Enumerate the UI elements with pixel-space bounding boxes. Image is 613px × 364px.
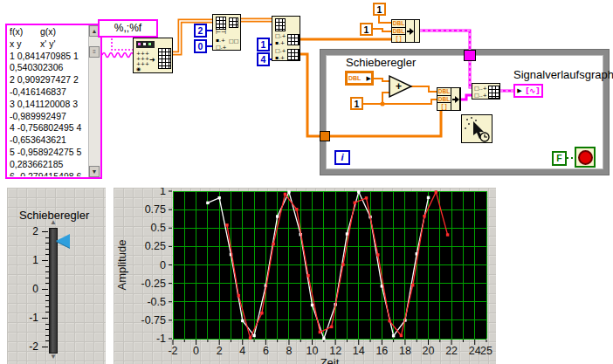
slider-major-tick: [42, 289, 48, 290]
slider-major-tick: [42, 231, 48, 232]
plus-glyph: +: [396, 80, 402, 93]
x-tick-label: 8: [286, 345, 292, 357]
data-marker: [287, 190, 290, 193]
block-diagram: f(x) g(x)x y x' y'1 0,841470985 10,54030…: [0, 0, 613, 188]
x-tick-label: 2: [217, 345, 223, 357]
bundle-node-2[interactable]: DBL DBL [ ]: [437, 87, 461, 111]
format-strip-icon: [136, 41, 155, 48]
table-line: 1 0,841470985 1: [10, 51, 87, 63]
data-marker: [423, 215, 425, 217]
array-subset-node[interactable]: ⊢⊣ ▪.+ □□ □.+: [212, 14, 241, 51]
slider-dbl-terminal[interactable]: DBL▶: [345, 71, 374, 86]
data-marker: [319, 331, 321, 333]
table-line: 0,540302306: [10, 62, 87, 74]
table-line: 2 0,909297427 2: [10, 74, 87, 86]
data-marker: [341, 263, 344, 265]
labview-window: f(x) g(x)x y x' y'1 0,841470985 10,54030…: [0, 0, 613, 364]
data-marker: [260, 312, 263, 314]
waveform-graph-terminal[interactable]: ▶ [∿]: [513, 84, 543, 98]
x-tick-label: 4: [239, 345, 245, 357]
x-tick-label: -2: [168, 345, 177, 357]
data-marker: [446, 233, 449, 236]
data-marker: [330, 326, 333, 328]
loop-condition-stop-button[interactable]: [575, 147, 596, 168]
constant-one-a[interactable]: 1: [373, 3, 386, 16]
constant-4[interactable]: 4: [257, 52, 270, 66]
slider-thumb[interactable]: [56, 234, 70, 248]
y-tick-label: 1: [160, 188, 166, 197]
table-line: 0,283662185: [10, 159, 87, 171]
data-marker: [411, 284, 414, 286]
x-tick-label: 20: [423, 345, 435, 357]
data-marker: [435, 190, 437, 193]
circle-glyph: ◉: [136, 66, 141, 72]
x-tick-label: 14: [353, 345, 365, 357]
bundle-arrow-icon: [406, 20, 415, 42]
index-array-node[interactable]: □.+ ▪.+ □.+ ▪.+: [272, 16, 300, 61]
stop-icon: [578, 150, 593, 165]
spreadsheet-string-to-array-node[interactable]: +++++++++ ➜ ◉: [133, 38, 173, 73]
slider-major-tick: [42, 347, 48, 347]
element-glyph: □‥+: [474, 86, 487, 91]
y-tick-label: -0.75: [141, 314, 167, 326]
array-grid-icon: [488, 86, 499, 99]
data-marker: [376, 253, 379, 256]
build-array-node[interactable]: □‥+ □‥+: [472, 83, 500, 100]
graph-terminal-label: Signalverlaufsgraph: [513, 68, 613, 81]
y-tick-label: 0: [160, 259, 166, 271]
slider-tick-label: 2: [17, 225, 38, 237]
add-node[interactable]: +: [388, 74, 413, 100]
scrollbar-down-icon[interactable]: ▼: [89, 166, 100, 177]
slider-decrement-icon[interactable]: ▼: [50, 354, 57, 361]
x-tick-label: 6: [263, 345, 269, 357]
table-line: x y x' y': [10, 38, 87, 51]
y-tick-label: 0.25: [145, 240, 166, 252]
format-string-constant[interactable]: %,;%f: [98, 19, 158, 38]
bundle-row-dbl: DBL: [392, 28, 406, 36]
data-marker: [241, 319, 244, 322]
data-marker: [311, 304, 313, 306]
scrollbar-thumb[interactable]: ≡: [89, 46, 100, 58]
table-line: -0,653643621: [10, 134, 87, 147]
bundle-row-dbl: DBL: [437, 88, 451, 96]
constant-0[interactable]: 0: [194, 39, 207, 53]
table-line: 4 -0,756802495 4: [10, 122, 87, 134]
cluster-tunnel[interactable]: [464, 50, 476, 61]
x-tick-label: 12: [329, 345, 341, 357]
index-glyph: □.+: [275, 33, 286, 38]
false-constant[interactable]: F: [552, 151, 567, 166]
y-axis-title: Amplitude: [115, 240, 128, 291]
waveform-graph[interactable]: -20246810121416182022242510.750.50.250-0…: [114, 188, 496, 364]
x-tick-label: 25: [480, 345, 492, 357]
y-tick-label: -0.25: [141, 278, 167, 290]
data-marker: [206, 202, 209, 204]
wait-for-front-panel-activity-icon[interactable]: [461, 114, 492, 143]
data-marker: [295, 208, 298, 210]
index-glyph: ▪.+: [275, 40, 285, 45]
slider-increment-icon[interactable]: ▲: [50, 219, 57, 226]
array-tunnel[interactable]: [320, 131, 330, 141]
terminal-arrow-icon: ▶: [367, 75, 371, 82]
cells-glyph: □□: [229, 38, 238, 44]
data-marker: [249, 336, 251, 339]
index-glyph: □.+: [275, 48, 286, 53]
table-line: f(x) g(x): [10, 26, 87, 38]
x-tick-label: 10: [306, 345, 319, 357]
constant-2[interactable]: 2: [194, 24, 207, 38]
iteration-terminal[interactable]: i: [334, 150, 350, 165]
data-marker: [284, 193, 286, 196]
constant-1[interactable]: 1: [257, 38, 270, 52]
array-grid-icon: [158, 48, 171, 69]
constant-one-b[interactable]: 1: [360, 23, 373, 36]
arrow-glyph: ➜: [149, 56, 155, 64]
table-line: 6 -0,279415498 6: [10, 171, 87, 176]
waveform-glyph-icon: [∿]: [526, 86, 540, 95]
array-grid-icon: [287, 34, 300, 45]
element-glyph: □‥+: [474, 93, 487, 98]
bundle-node[interactable]: DBL DBL [ ]: [391, 19, 420, 43]
bundle-row-array: [ ]: [392, 35, 406, 42]
x-tick-label: 0: [193, 345, 199, 357]
table-scrollbar[interactable]: ▲ ≡ ▼: [88, 25, 100, 177]
string-table-control[interactable]: f(x) g(x)x y x' y'1 0,841470985 10,54030…: [5, 24, 102, 179]
constant-loop-one[interactable]: 1: [350, 97, 363, 110]
